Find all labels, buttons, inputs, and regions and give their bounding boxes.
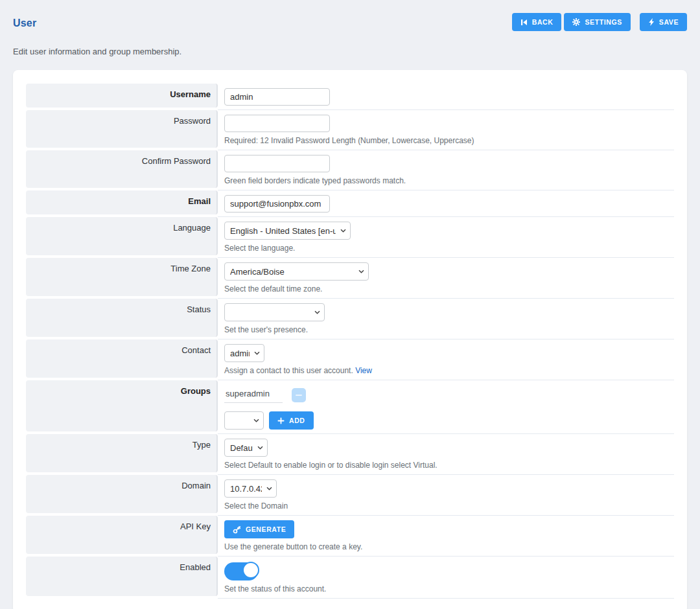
domain-select[interactable]: 10.7.0.42: [224, 479, 277, 498]
email-input[interactable]: [224, 195, 330, 213]
form-row-contact: Contact admin Assign a contact to this u…: [26, 339, 674, 380]
add-group-button-label: ADD: [289, 417, 305, 424]
form-row-enabled: Enabled Set the status of this account.: [26, 557, 674, 599]
save-button-label: SAVE: [659, 18, 679, 26]
page-header: User BACK SETTINGS: [0, 0, 700, 56]
confirm-password-label: Confirm Password: [26, 150, 218, 188]
password-hint: Required: 12 Invalid Password Length (Nu…: [224, 136, 674, 146]
group-add-row: ADD: [224, 411, 674, 430]
language-label: Language: [26, 217, 218, 255]
enabled-label: Enabled: [26, 557, 218, 596]
contact-hint: Assign a contact to this user account. V…: [224, 366, 674, 376]
remove-group-button[interactable]: [292, 388, 306, 402]
minus-icon: [296, 395, 302, 396]
domain-label: Domain: [26, 475, 218, 513]
type-hint: Select Default to enable login or to dis…: [224, 461, 674, 470]
bolt-icon: [648, 18, 655, 26]
api-key-hint: Use the generate button to create a key.: [224, 542, 674, 552]
confirm-password-hint: Green field borders indicate typed passw…: [224, 176, 674, 186]
plus-icon: [277, 417, 285, 424]
key-icon: [233, 525, 241, 534]
username-label: Username: [26, 84, 218, 108]
language-select[interactable]: English - United States [en-us]: [224, 222, 351, 240]
toolbar: BACK SETTINGS SAVE: [512, 13, 687, 31]
contact-label: Contact: [26, 339, 218, 378]
toggle-knob: [242, 562, 259, 579]
email-label: Email: [26, 190, 218, 214]
form-row-groups: Groups superadmin ADD: [26, 380, 674, 434]
generate-api-key-button[interactable]: GENERATE: [224, 520, 294, 538]
language-hint: Select the language.: [224, 244, 674, 253]
back-button-label: BACK: [532, 18, 554, 26]
user-form-card: Username Password Required: 12 Invalid P…: [13, 70, 687, 609]
password-label: Password: [26, 110, 218, 148]
back-button[interactable]: BACK: [512, 13, 562, 31]
page-subtitle: Edit user information and group membersh…: [13, 47, 687, 56]
domain-hint: Select the Domain: [224, 501, 674, 511]
time-zone-label: Time Zone: [26, 258, 218, 296]
groups-label: Groups: [26, 380, 218, 431]
enabled-toggle[interactable]: [224, 562, 258, 580]
contact-select[interactable]: admin: [224, 344, 264, 362]
confirm-password-input[interactable]: [224, 155, 330, 172]
settings-button-label: SETTINGS: [585, 18, 622, 26]
group-member-name: superadmin: [224, 387, 283, 403]
status-select[interactable]: [224, 303, 325, 321]
form-row-time-zone: Time Zone America/Boise Select the defau…: [26, 258, 674, 299]
type-label: Type: [26, 434, 218, 472]
settings-button[interactable]: SETTINGS: [564, 13, 630, 31]
contact-hint-text: Assign a contact to this user account.: [224, 366, 353, 375]
password-input[interactable]: [224, 115, 330, 132]
gear-icon: [572, 18, 580, 26]
api-key-label: API Key: [26, 516, 218, 554]
form-row-api-key: API Key GENERATE Use the generate button…: [26, 516, 674, 557]
enabled-hint: Set the status of this account.: [224, 584, 674, 594]
status-hint: Set the user's presence.: [224, 325, 674, 335]
form-row-type: Type Default Select Default to enable lo…: [26, 434, 674, 475]
add-group-button[interactable]: ADD: [269, 411, 314, 430]
form-row-password: Password Required: 12 Invalid Password L…: [26, 110, 674, 150]
form-row-language: Language English - United States [en-us]…: [26, 217, 674, 258]
skip-back-icon: [520, 19, 528, 26]
generate-api-key-button-label: GENERATE: [246, 525, 286, 533]
form-row-status: Status Set the user's presence.: [26, 299, 674, 339]
view-contact-link[interactable]: View: [355, 366, 372, 375]
form-row-confirm-password: Confirm Password Green field borders ind…: [26, 150, 674, 190]
form-row-email: Email: [26, 190, 674, 217]
time-zone-select[interactable]: America/Boise: [224, 262, 369, 281]
form-row-username: Username: [26, 84, 674, 110]
type-select[interactable]: Default: [224, 439, 268, 457]
save-button[interactable]: SAVE: [640, 13, 687, 31]
add-group-select[interactable]: [224, 411, 264, 430]
username-input[interactable]: [224, 88, 330, 106]
form-row-domain: Domain 10.7.0.42 Select the Domain: [26, 475, 674, 516]
status-label: Status: [26, 299, 218, 337]
time-zone-hint: Select the default time zone.: [224, 284, 674, 294]
group-member-row: superadmin: [224, 387, 674, 403]
